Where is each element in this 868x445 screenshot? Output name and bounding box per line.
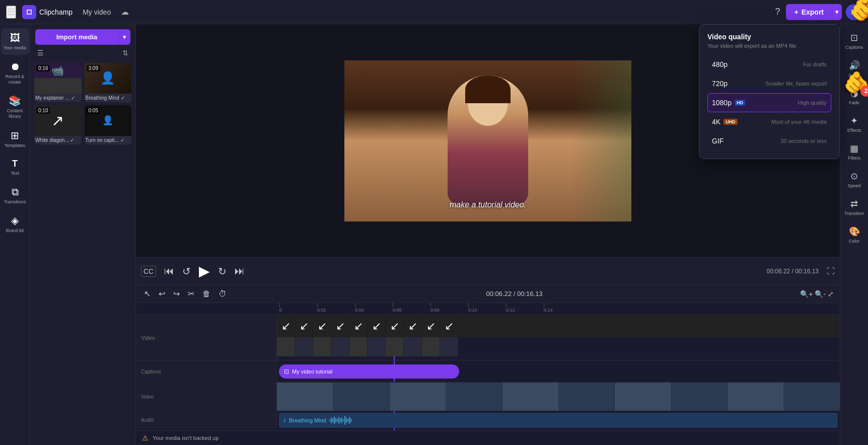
timeline-ruler: 0 0:02 0:04 0:06 bbox=[136, 303, 840, 315]
select-tool-button[interactable]: ↖ bbox=[142, 288, 153, 300]
undo-button[interactable]: ↩ bbox=[157, 288, 167, 300]
media-item-1-label: My explainer ... ✓ bbox=[34, 94, 82, 102]
redo-button[interactable]: ↪ bbox=[171, 288, 182, 300]
music-pill[interactable]: ♪ Breathing Mind bbox=[279, 413, 838, 428]
right-item-captions[interactable]: ⊡ Captions bbox=[841, 28, 867, 54]
fast-forward-button[interactable]: ↻ bbox=[218, 265, 227, 277]
arrow-frame: ↙ bbox=[295, 317, 313, 336]
export-dropdown-button[interactable]: ▾ bbox=[832, 4, 842, 20]
media-item-1[interactable]: 📹 0:16 My explainer ... ✓ bbox=[34, 63, 82, 102]
media-item-4[interactable]: 👤 0:05 Turn on capti... ✓ bbox=[85, 105, 132, 144]
timeline-current: 00:06.22 bbox=[486, 290, 512, 298]
right-item-fade[interactable]: ◑ Fade bbox=[841, 84, 867, 109]
person-strip bbox=[277, 337, 840, 358]
play-button[interactable]: ▶ bbox=[199, 263, 210, 279]
ruler-label-2: 0:02 bbox=[317, 308, 326, 313]
main-video-track-content[interactable] bbox=[277, 383, 840, 411]
menu-button[interactable]: ☰ bbox=[6, 6, 16, 19]
right-item-speed[interactable]: ⊙ Speed bbox=[841, 167, 867, 192]
quality-gif[interactable]: GIF 30 seconds or less bbox=[707, 131, 831, 151]
caption-track-label: Captions bbox=[136, 360, 277, 383]
person-frame bbox=[404, 337, 422, 356]
transition-label: Transition bbox=[844, 211, 864, 216]
export-panel-subtitle: Your video will export as an MP4 file bbox=[707, 43, 831, 49]
wave-bar bbox=[329, 419, 330, 421]
arrow-frame: ↙ bbox=[313, 317, 331, 336]
cut-button[interactable]: ✂ bbox=[186, 288, 196, 300]
sort-button[interactable]: ⇅ bbox=[122, 49, 128, 57]
sidebar-item-your-media[interactable]: 🖼 Your media bbox=[1, 28, 29, 55]
fullscreen-control-button[interactable]: ⛶ bbox=[827, 267, 835, 276]
speed-label: Speed bbox=[847, 183, 860, 188]
audio-icon: 🔊 bbox=[849, 60, 860, 71]
right-item-effects[interactable]: ✦ Effects bbox=[841, 111, 867, 137]
skip-back-button[interactable]: ⏮ bbox=[164, 265, 174, 277]
effects-label: Effects bbox=[847, 128, 861, 133]
speed-icon: ⊙ bbox=[850, 171, 858, 182]
person-frame bbox=[368, 337, 386, 356]
right-item-filters[interactable]: ▦ Filters bbox=[841, 139, 867, 165]
music-track-content[interactable]: ♪ Breathing Mind bbox=[277, 411, 840, 429]
sidebar-item-templates[interactable]: ⊞ Templates bbox=[1, 125, 29, 153]
export-plus-icon: + bbox=[794, 8, 798, 16]
quality-480p[interactable]: 480p For drafts bbox=[707, 55, 831, 74]
media-item-4-duration: 0:05 bbox=[87, 107, 100, 114]
main-video-track-label: Video bbox=[136, 383, 277, 411]
ruler-14: 0:14 bbox=[544, 303, 582, 315]
media-item-2[interactable]: 👤 3:09 Breathing Mind ✓ bbox=[85, 63, 132, 102]
timeline-zoom: 🔍+ 🔍- ⤢ bbox=[800, 290, 834, 298]
content-library-icon: 📚 bbox=[9, 95, 21, 107]
fit-button[interactable]: ⤢ bbox=[828, 290, 834, 298]
clock-button[interactable]: ⏱ bbox=[216, 288, 229, 300]
wave-bar bbox=[343, 419, 344, 421]
delete-button[interactable]: 🗑 bbox=[200, 288, 212, 300]
zoom-in-button[interactable]: 🔍+ bbox=[800, 290, 813, 298]
ruler-label-10: 0:10 bbox=[468, 308, 477, 313]
export-label: Export bbox=[802, 8, 824, 16]
export-button[interactable]: + Export bbox=[786, 4, 832, 20]
media-grid: 📹 0:16 My explainer ... ✓ 👤 bbox=[30, 60, 135, 147]
media-item-4-label: Turn on capti... ✓ bbox=[85, 136, 132, 144]
wave-bar bbox=[334, 416, 335, 424]
quality-1080p[interactable]: 1080p HD High quality bbox=[707, 93, 831, 112]
caption-icon: ⊡ bbox=[284, 368, 289, 375]
timeline-total: 00:16.13 bbox=[517, 290, 543, 298]
arrow-frame: ↙ bbox=[386, 317, 404, 336]
vf bbox=[615, 383, 671, 411]
import-dropdown-button[interactable]: ▾ bbox=[118, 29, 130, 45]
media-item-3[interactable]: ↗ 0:10 White diagon... ✓ bbox=[34, 105, 82, 144]
caption-track-content[interactable]: ⊡ My video tutorial bbox=[277, 360, 840, 383]
sidebar-item-content-library[interactable]: 📚 Content library bbox=[1, 91, 29, 123]
captions-toggle-button[interactable]: CC bbox=[141, 266, 156, 277]
export-quality-panel: 🫵 1 🫵 2 Video quality Your video will ex… bbox=[699, 24, 840, 159]
help-button[interactable]: ? bbox=[773, 5, 782, 19]
record-label: Record & create bbox=[3, 74, 27, 85]
ruler-label-8: 0:08 bbox=[430, 308, 440, 313]
ruler-tick bbox=[279, 303, 280, 307]
sidebar-item-text[interactable]: T Text bbox=[1, 155, 29, 180]
video-track-content[interactable]: ↙ ↙ ↙ ↙ ↙ ↙ ↙ ↙ ↙ ↙ bbox=[277, 315, 840, 360]
right-item-transition[interactable]: ⇄ Transition bbox=[841, 194, 867, 220]
skip-forward-button[interactable]: ⏭ bbox=[235, 265, 245, 277]
vf bbox=[333, 383, 390, 411]
quality-4k[interactable]: 4K UHD Most of your 4K media bbox=[707, 112, 831, 131]
rewind-button[interactable]: ↺ bbox=[182, 265, 191, 277]
sidebar-item-transitions[interactable]: ⧉ Transitions bbox=[1, 182, 29, 209]
ruler-label-12: 0:12 bbox=[506, 308, 515, 313]
quality-480p-desc: For drafts bbox=[803, 61, 827, 67]
sidebar-item-record[interactable]: ⏺ Record & create bbox=[1, 57, 29, 89]
filter-button[interactable]: ☰ bbox=[37, 49, 44, 57]
ruler-label-14: 0:14 bbox=[544, 308, 553, 313]
import-media-button[interactable]: Import media bbox=[35, 29, 118, 45]
caption-pill[interactable]: ⊡ My video tutorial bbox=[279, 364, 459, 379]
right-item-color[interactable]: 🎨 Color bbox=[841, 222, 867, 248]
music-icon: ♪ bbox=[283, 417, 286, 424]
content-library-label: Content library bbox=[3, 108, 27, 119]
avatar[interactable]: M bbox=[846, 4, 862, 20]
right-item-audio[interactable]: 🔊 Audio bbox=[841, 56, 867, 82]
sidebar-item-brand-kit[interactable]: ◈ Brand kit bbox=[1, 210, 29, 238]
backup-message: Your media isn't backed up bbox=[153, 435, 219, 441]
zoom-out-button[interactable]: 🔍- bbox=[815, 290, 826, 298]
project-name[interactable]: My video bbox=[79, 6, 115, 18]
quality-720p[interactable]: 720p Smaller file, faster export bbox=[707, 74, 831, 93]
